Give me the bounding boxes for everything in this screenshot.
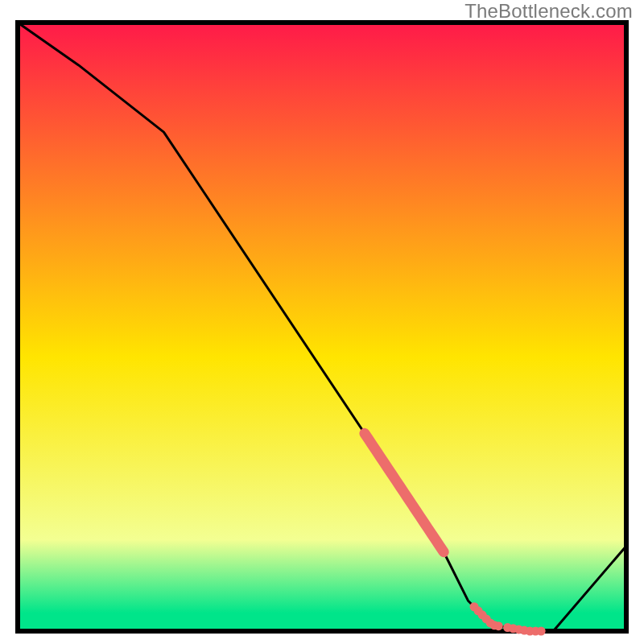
plot-area xyxy=(18,23,626,631)
chart-container: TheBottleneck.com xyxy=(0,0,644,644)
watermark-label: TheBottleneck.com xyxy=(464,0,633,23)
highlight-dot xyxy=(494,621,503,630)
highlight-dot xyxy=(537,627,546,636)
chart-svg xyxy=(0,0,644,644)
